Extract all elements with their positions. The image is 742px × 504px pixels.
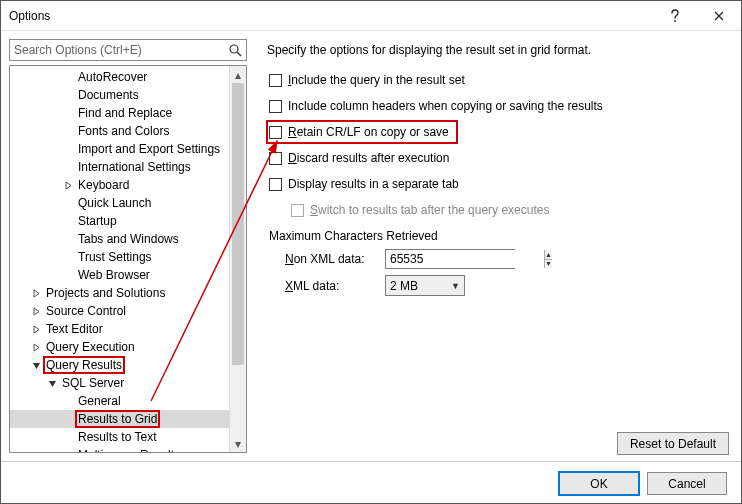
tree-item[interactable]: AutoRecover (10, 68, 229, 86)
spin-buttons[interactable]: ▲▼ (544, 250, 552, 268)
non-xml-input[interactable] (386, 250, 544, 268)
tree-item[interactable]: Web Browser (10, 266, 229, 284)
chk-retain-crlf[interactable]: Retain CR/LF on copy or save (269, 123, 455, 141)
checkbox-icon (269, 74, 282, 87)
nav-tree: AutoRecoverDocumentsFind and ReplaceFont… (9, 65, 247, 453)
tree-item[interactable]: Query Execution (10, 338, 229, 356)
tree-item-label: Query Execution (44, 339, 137, 355)
tree-item-label: Trust Settings (76, 249, 154, 265)
tree-item[interactable]: Import and Export Settings (10, 140, 229, 158)
tree-item[interactable]: Source Control (10, 302, 229, 320)
close-icon (714, 11, 724, 21)
tree-item[interactable]: Quick Launch (10, 194, 229, 212)
tree-item-label: Results to Text (76, 429, 158, 445)
reset-default-button[interactable]: Reset to Default (617, 432, 729, 455)
tree-item-label: Text Editor (44, 321, 105, 337)
tree-scrollbar[interactable]: ▴ ▾ (229, 66, 246, 452)
non-xml-label: Non XML data: (285, 252, 375, 266)
tree-item-label: Fonts and Colors (76, 123, 171, 139)
row-non-xml: Non XML data: ▲▼ (285, 249, 731, 269)
tree-item[interactable]: Query Results (10, 356, 229, 374)
left-column: AutoRecoverDocumentsFind and ReplaceFont… (1, 31, 253, 461)
tree-item-label: Quick Launch (76, 195, 153, 211)
title-bar: Options (1, 1, 741, 31)
options-panel: Specify the options for displaying the r… (253, 31, 741, 461)
scroll-thumb[interactable] (232, 83, 244, 365)
chevron-right-icon[interactable] (30, 341, 42, 353)
help-button[interactable] (653, 1, 697, 31)
checkbox-icon (269, 100, 282, 113)
xml-combo[interactable]: 2 MB ▼ (385, 275, 465, 296)
row-xml: XML data: 2 MB ▼ (285, 275, 731, 296)
svg-point-1 (230, 45, 238, 53)
chk-discard-results[interactable]: Discard results after execution (269, 149, 731, 167)
tree-item-label: Keyboard (76, 177, 131, 193)
svg-point-0 (674, 20, 676, 22)
search-input[interactable] (9, 39, 247, 61)
tree-item-label: Documents (76, 87, 141, 103)
tree-item-label: Tabs and Windows (76, 231, 181, 247)
close-button[interactable] (697, 1, 741, 31)
content-area: AutoRecoverDocumentsFind and ReplaceFont… (1, 31, 741, 461)
tree-item[interactable]: Fonts and Colors (10, 122, 229, 140)
tree-item-label: Results to Grid (76, 411, 159, 427)
scroll-down-icon[interactable]: ▾ (230, 435, 246, 452)
cancel-button[interactable]: Cancel (647, 472, 727, 495)
xml-label: XML data: (285, 279, 375, 293)
tree-item-label: Startup (76, 213, 119, 229)
chk-switch-results-tab: Switch to results tab after the query ex… (291, 201, 731, 219)
tree-item[interactable]: Keyboard (10, 176, 229, 194)
checkbox-icon (291, 204, 304, 217)
tree-item-selected[interactable]: Results to Grid (10, 410, 229, 428)
chevron-right-icon[interactable] (30, 305, 42, 317)
checkbox-icon (269, 178, 282, 191)
max-chars-label: Maximum Characters Retrieved (269, 229, 731, 243)
checkbox-icon (269, 152, 282, 165)
tree-item[interactable]: Multiserver Results (10, 446, 229, 452)
window-title: Options (9, 9, 653, 23)
spin-up-icon[interactable]: ▲ (545, 250, 552, 259)
tree-item[interactable]: General (10, 392, 229, 410)
tree-item-label: Import and Export Settings (76, 141, 222, 157)
chevron-right-icon[interactable] (62, 179, 74, 191)
tree-item[interactable]: Text Editor (10, 320, 229, 338)
tree-item[interactable]: Documents (10, 86, 229, 104)
checkbox-group: Include the query in the result set Incl… (267, 71, 731, 219)
chk-display-separate-tab[interactable]: Display results in a separate tab (269, 175, 731, 193)
tree-item-label: Projects and Solutions (44, 285, 167, 301)
tree-item-label: General (76, 393, 123, 409)
tree-item-label: SQL Server (60, 375, 126, 391)
svg-line-2 (237, 52, 241, 56)
chevron-right-icon[interactable] (30, 287, 42, 299)
tree-item[interactable]: Projects and Solutions (10, 284, 229, 302)
spin-down-icon[interactable]: ▼ (545, 259, 552, 269)
tree-item-label: Source Control (44, 303, 128, 319)
scroll-up-icon[interactable]: ▴ (230, 66, 246, 83)
tree-item[interactable]: SQL Server (10, 374, 229, 392)
chevron-down-icon[interactable] (30, 359, 42, 371)
tree-item[interactable]: International Settings (10, 158, 229, 176)
search-icon (227, 42, 243, 58)
search-wrap (9, 39, 247, 61)
tree-item-label: Find and Replace (76, 105, 174, 121)
tree-item[interactable]: Tabs and Windows (10, 230, 229, 248)
tree-item-label: AutoRecover (76, 69, 149, 85)
dialog-footer: OK Cancel (1, 461, 741, 504)
chevron-down-icon[interactable] (46, 377, 58, 389)
tree-item-label: Web Browser (76, 267, 152, 283)
xml-combo-value: 2 MB (390, 279, 418, 293)
chevron-right-icon[interactable] (30, 323, 42, 335)
tree-item-label: Multiserver Results (76, 447, 182, 452)
tree-item[interactable]: Results to Text (10, 428, 229, 446)
tree-item-label: International Settings (76, 159, 193, 175)
chk-include-headers[interactable]: Include column headers when copying or s… (269, 97, 731, 115)
help-icon (670, 9, 680, 23)
checkbox-icon (269, 126, 282, 139)
panel-intro: Specify the options for displaying the r… (267, 43, 731, 57)
chk-include-query[interactable]: Include the query in the result set (269, 71, 731, 89)
tree-item[interactable]: Find and Replace (10, 104, 229, 122)
ok-button[interactable]: OK (559, 472, 639, 495)
tree-item[interactable]: Trust Settings (10, 248, 229, 266)
tree-item[interactable]: Startup (10, 212, 229, 230)
non-xml-input-wrap: ▲▼ (385, 249, 515, 269)
